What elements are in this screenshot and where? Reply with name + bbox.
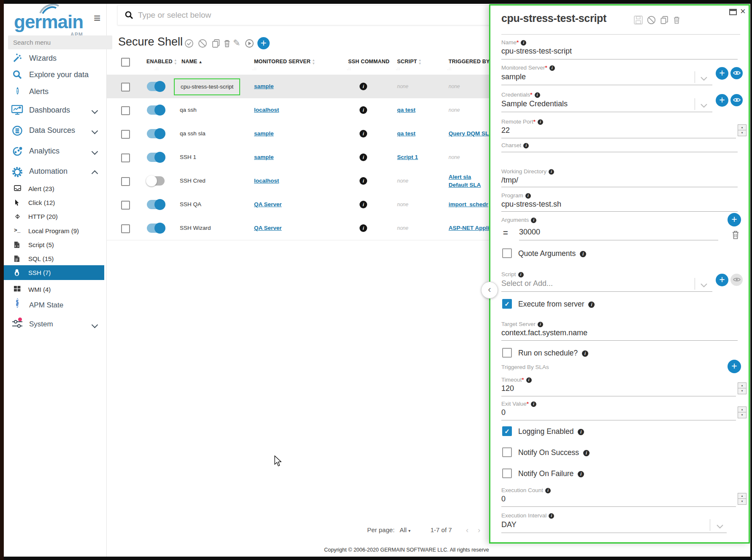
row-checkbox[interactable]	[121, 153, 130, 162]
disable-icon[interactable]	[198, 39, 207, 48]
main-search-input[interactable]	[137, 5, 476, 25]
target-server-field-value[interactable]: context.fact.system.name	[501, 328, 587, 337]
sidebar-item-dashboards[interactable]: Dashboards	[4, 102, 106, 118]
info-icon[interactable]: i	[583, 450, 590, 456]
table-row[interactable]: qa ssh sla sample i qa test Query DQM SL…	[106, 122, 499, 146]
chevron-down-icon[interactable]	[701, 282, 707, 289]
column-header-enabled[interactable]: ENABLED▴▾	[146, 56, 176, 67]
sidebar-item-explore[interactable]: Explore your data	[4, 67, 106, 83]
column-grip-icon[interactable]: .::	[252, 67, 257, 71]
logo[interactable]: germain	[14, 11, 83, 32]
info-icon[interactable]: i	[582, 350, 588, 357]
sidebar-item-system[interactable]: System	[4, 317, 106, 333]
row-checkbox[interactable]	[121, 201, 130, 210]
delete-argument-icon[interactable]	[731, 230, 740, 242]
sidebar-item-alert-automation[interactable]: Alert (23)	[4, 182, 104, 196]
sidebar-item-automation[interactable]: Automation	[4, 164, 106, 180]
disable-icon[interactable]	[647, 16, 655, 24]
approve-icon[interactable]	[184, 39, 194, 48]
execution-count-field-value[interactable]: 0	[501, 495, 506, 503]
select-all-checkbox[interactable]	[121, 58, 130, 67]
row-checkbox[interactable]	[121, 106, 130, 115]
add-button[interactable]: +	[257, 37, 270, 49]
info-icon[interactable]: i	[360, 130, 367, 137]
copy-icon[interactable]	[211, 39, 221, 48]
info-icon[interactable]: i	[526, 377, 532, 383]
script-field-placeholder[interactable]: Select or Add...	[501, 279, 553, 288]
number-stepper[interactable]: ▴▾	[738, 382, 747, 394]
enabled-toggle[interactable]	[147, 129, 165, 138]
save-icon[interactable]	[634, 16, 642, 24]
info-icon[interactable]: i	[525, 193, 531, 199]
execute-from-server-checkbox[interactable]: ✓	[502, 299, 512, 309]
triggered-by-cell[interactable]: import_schedr	[449, 193, 488, 216]
add-credentials-button[interactable]: +	[716, 94, 728, 107]
row-checkbox[interactable]	[121, 224, 130, 233]
remote-port-field-value[interactable]: 22	[501, 126, 510, 135]
monitored-server-link[interactable]: localhost	[254, 98, 279, 122]
info-icon[interactable]: i	[518, 272, 524, 277]
next-page-button[interactable]: ›	[478, 525, 480, 535]
number-stepper[interactable]: ▴▾	[738, 124, 747, 136]
column-header-monitored-server[interactable]: MONITORED SERVER▴▾	[254, 56, 314, 67]
edit-icon[interactable]: ✎	[233, 38, 242, 47]
number-stepper[interactable]: ▴▾	[738, 493, 747, 505]
column-grip-icon[interactable]: .::	[447, 67, 452, 71]
table-row[interactable]: SSH Cred localhost i none Alert sla Defa…	[106, 169, 499, 193]
logging-enabled-checkbox[interactable]: ✓	[502, 426, 512, 436]
per-page-select[interactable]: All▾	[400, 526, 411, 533]
info-icon[interactable]: i	[545, 488, 551, 493]
table-row[interactable]: qa ssh localhost i qa test none	[106, 98, 499, 122]
row-checkbox[interactable]	[121, 83, 130, 92]
column-header-script[interactable]: SCRIPT▴▾	[397, 56, 421, 67]
view-script-button[interactable]	[730, 274, 743, 286]
info-icon[interactable]: i	[578, 429, 584, 435]
info-icon[interactable]: i	[360, 106, 367, 114]
triggered-by-cell[interactable]: Default SLA	[449, 181, 481, 189]
sidebar-item-analytics[interactable]: Analytics	[4, 143, 106, 159]
run-on-schedule-checkbox[interactable]	[502, 348, 512, 358]
enabled-toggle[interactable]	[147, 200, 165, 209]
info-icon[interactable]: i	[360, 224, 367, 232]
notify-on-success-checkbox[interactable]	[502, 447, 512, 457]
row-checkbox[interactable]	[121, 130, 130, 139]
info-icon[interactable]: i	[538, 119, 543, 125]
enabled-toggle[interactable]	[147, 82, 165, 91]
script-cell[interactable]: Script 1	[397, 145, 418, 169]
sidebar-item-http[interactable]: HTTP (20)	[4, 210, 104, 223]
row-checkbox[interactable]	[121, 177, 130, 186]
enabled-toggle[interactable]	[147, 105, 165, 115]
sort-asc-icon[interactable]: ▴	[200, 59, 202, 64]
sidebar-item-script[interactable]: Script (5)	[4, 238, 104, 252]
view-credentials-button[interactable]	[730, 94, 743, 106]
sidebar-item-alerts[interactable]: ! Alerts	[4, 84, 106, 100]
sidebar-item-ssh[interactable]: SSH (7)	[4, 265, 104, 280]
info-icon[interactable]: i	[549, 169, 554, 175]
monitored-server-link[interactable]: sample	[254, 122, 274, 145]
sidebar-item-sql[interactable]: SQL (15)	[4, 252, 104, 266]
run-icon[interactable]	[245, 39, 254, 48]
info-icon[interactable]: i	[531, 218, 536, 223]
column-header-name[interactable]: NAME▴	[181, 56, 202, 68]
timeout-field-value[interactable]: 120	[501, 384, 514, 393]
execution-interval-field-value[interactable]: DAY	[501, 520, 517, 529]
chevron-down-icon[interactable]	[701, 102, 707, 110]
argument-value[interactable]: 30000	[519, 228, 540, 237]
sidebar-item-apm-state[interactable]: APM State	[4, 298, 106, 314]
panel-collapse-button[interactable]: ‹	[481, 282, 498, 299]
monitored-server-field-value[interactable]: sample	[501, 73, 526, 81]
info-icon[interactable]: i	[360, 83, 367, 90]
credentials-field-value[interactable]: Sample Credentials	[501, 100, 568, 108]
copy-icon[interactable]	[660, 16, 668, 24]
info-icon[interactable]: i	[531, 401, 536, 407]
add-argument-button[interactable]: +	[728, 213, 741, 226]
info-icon[interactable]: i	[538, 322, 543, 327]
monitored-server-link[interactable]: localhost	[254, 169, 279, 193]
column-header-ssh-command[interactable]: SSH COMMAND	[348, 56, 390, 67]
column-grip-icon[interactable]: .::	[347, 67, 352, 71]
sidebar-item-wizards[interactable]: Wizards	[4, 51, 106, 67]
column-grip-icon[interactable]: .::	[396, 67, 400, 71]
column-header-triggered-by[interactable]: TRIGGERED BY S	[449, 56, 495, 67]
add-monitored-server-button[interactable]: +	[716, 67, 728, 80]
notify-on-failure-checkbox[interactable]	[502, 468, 512, 478]
